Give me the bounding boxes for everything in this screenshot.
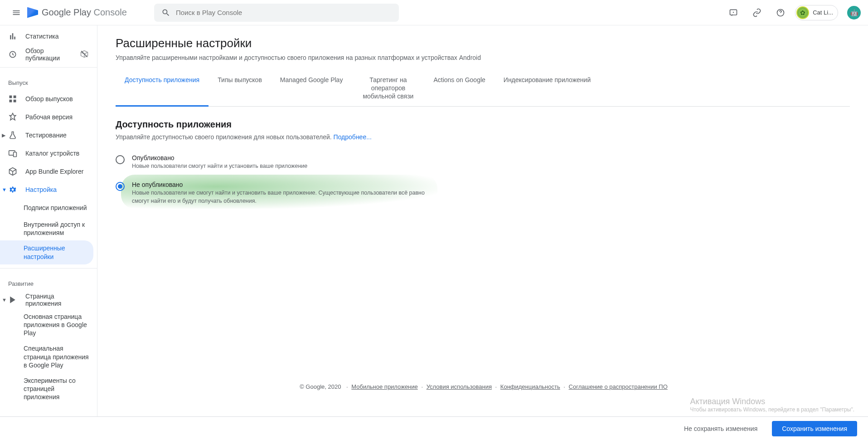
radio-option-unpublished[interactable]: Не опубликовано Новые пользователи не см… bbox=[116, 181, 433, 205]
section-description: Управляйте доступностью своего приложени… bbox=[116, 133, 850, 141]
radio-icon-checked bbox=[116, 182, 125, 191]
sidebar-item-main-listing[interactable]: Основная страница приложения в Google Pl… bbox=[0, 309, 97, 341]
account-name: Cat Li... bbox=[813, 9, 833, 16]
play-logo-icon bbox=[27, 7, 38, 18]
sidebar-item-store-presence[interactable]: ▼ Страница приложения bbox=[0, 291, 97, 309]
help-icon bbox=[776, 8, 785, 17]
section-title: Доступность приложения bbox=[116, 119, 850, 130]
section-grow-header: Развитие bbox=[0, 272, 97, 291]
tab-availability[interactable]: Доступность приложения bbox=[116, 70, 209, 107]
menu-button[interactable] bbox=[7, 4, 25, 22]
caret-right-icon: ▶ bbox=[2, 132, 7, 138]
sidebar-item-releases-overview[interactable]: Обзор выпусков bbox=[0, 90, 97, 108]
link-icon bbox=[752, 8, 761, 17]
stats-icon bbox=[8, 32, 17, 41]
bundle-icon bbox=[8, 167, 17, 176]
sidebar-item-app-bundle[interactable]: App Bundle Explorer bbox=[0, 162, 97, 181]
message-icon bbox=[729, 8, 738, 17]
nav-label: Подписи приложений bbox=[24, 204, 87, 212]
search-box[interactable] bbox=[154, 4, 399, 22]
app-avatar-icon bbox=[796, 6, 809, 19]
sidebar-item-internal-sharing[interactable]: Внутренний доступ к приложениям bbox=[0, 217, 97, 240]
tab-release-types[interactable]: Типы выпусков bbox=[209, 70, 271, 106]
nav-label: Основная страница приложения в Google Pl… bbox=[24, 313, 89, 337]
radio-label: Опубликовано bbox=[132, 154, 307, 161]
link-button[interactable] bbox=[748, 4, 766, 22]
svg-rect-7 bbox=[10, 100, 12, 103]
play-icon bbox=[8, 295, 17, 304]
search-input[interactable] bbox=[176, 9, 392, 16]
sidebar-item-custom-listing[interactable]: Специальная страница приложения в Google… bbox=[0, 341, 97, 373]
main-content: Расширенные настройки Управляйте расшире… bbox=[97, 25, 868, 440]
nav-label: Статистика bbox=[25, 33, 59, 40]
discard-button[interactable]: Не сохранять изменения bbox=[677, 421, 765, 436]
logo[interactable]: Google Play Console bbox=[27, 7, 127, 18]
sidebar-item-testing[interactable]: ▶ Тестирование bbox=[0, 126, 97, 144]
tab-carrier-targeting[interactable]: Таргетинг на операторов мобильной связи bbox=[352, 70, 424, 106]
save-button[interactable]: Сохранить изменения bbox=[772, 421, 857, 436]
nav-label: Специальная страница приложения в Google… bbox=[24, 344, 89, 369]
nav-label: Тестирование bbox=[25, 132, 67, 139]
footer-distribution-link[interactable]: Соглашение о распространении ПО bbox=[569, 383, 668, 390]
nav-label: Каталог устройств bbox=[25, 150, 79, 157]
sidebar-item-setup[interactable]: ▼ Настройка bbox=[0, 181, 97, 199]
account-switcher[interactable]: Cat Li... bbox=[795, 5, 838, 20]
nav-label: Обзор публикации bbox=[25, 47, 72, 62]
page-title: Расширенные настройки bbox=[116, 36, 850, 50]
footer-links: © Google, 2020 · Мобильное приложение · … bbox=[298, 383, 668, 390]
radio-description: Новые пользователи не смогут найти и уст… bbox=[132, 189, 433, 205]
dashboard-icon bbox=[8, 94, 17, 103]
sidebar-item-statistics[interactable]: Статистика bbox=[0, 27, 97, 45]
nav-label: Обзор выпусков bbox=[25, 95, 73, 103]
logo-text: Google Play Console bbox=[42, 7, 127, 18]
hamburger-icon bbox=[12, 8, 21, 17]
feedback-button[interactable] bbox=[724, 4, 742, 22]
bottom-action-bar: Не сохранять изменения Сохранить изменен… bbox=[0, 416, 868, 440]
search-icon bbox=[161, 8, 170, 17]
nav-label: Эксперименты со страницей приложения bbox=[24, 376, 89, 401]
svg-point-1 bbox=[733, 12, 734, 12]
svg-rect-10 bbox=[14, 152, 17, 157]
tabs: Доступность приложения Типы выпусков Man… bbox=[116, 70, 850, 107]
radio-description: Новые пользователи смогут найти и устано… bbox=[132, 162, 307, 171]
sidebar-item-app-signing[interactable]: Подписи приложений bbox=[0, 199, 97, 217]
tab-managed-google-play[interactable]: Managed Google Play bbox=[271, 70, 352, 106]
sidebar-item-advanced-settings[interactable]: Расширенные настройки bbox=[0, 240, 93, 264]
radio-label: Не опубликовано bbox=[132, 181, 433, 188]
radio-option-published[interactable]: Опубликовано Новые пользователи смогут н… bbox=[116, 154, 433, 171]
nav-label: Настройка bbox=[25, 186, 57, 193]
nav-label: App Bundle Explorer bbox=[25, 168, 83, 175]
gear-icon bbox=[8, 185, 17, 194]
devices-icon bbox=[8, 149, 17, 158]
page-description: Управляйте расширенными настройками и до… bbox=[116, 54, 850, 61]
footer-privacy-link[interactable]: Конфиденциальность bbox=[500, 383, 560, 390]
sidebar-item-experiments[interactable]: Эксперименты со страницей приложения bbox=[0, 373, 97, 405]
nav-label: Расширенные настройки bbox=[24, 244, 85, 260]
tab-app-indexing[interactable]: Индексирование приложений bbox=[495, 70, 600, 106]
footer-terms-link[interactable]: Условия использования bbox=[427, 383, 492, 390]
help-button[interactable] bbox=[771, 4, 790, 22]
section-release-header: Выпуск bbox=[0, 71, 97, 90]
nav-label: Внутренний доступ к приложениям bbox=[24, 220, 89, 237]
svg-rect-5 bbox=[10, 96, 12, 98]
publish-icon bbox=[8, 50, 17, 59]
sidebar-item-production[interactable]: Рабочая версия bbox=[0, 108, 97, 126]
tab-actions-on-google[interactable]: Actions on Google bbox=[424, 70, 494, 106]
nav-label: Страница приложения bbox=[25, 293, 89, 307]
caret-down-icon: ▼ bbox=[2, 297, 7, 303]
profile-avatar[interactable]: 🤖 bbox=[847, 6, 861, 20]
copyright: © Google, 2020 bbox=[300, 383, 341, 390]
caret-down-icon: ▼ bbox=[2, 187, 7, 192]
sidebar: Статистика Обзор публикации Выпуск Обзор… bbox=[0, 25, 97, 440]
svg-rect-8 bbox=[14, 100, 16, 103]
learn-more-link[interactable]: Подробнее... bbox=[334, 133, 372, 141]
svg-rect-6 bbox=[14, 96, 16, 98]
sidebar-item-device-catalog[interactable]: Каталог устройств bbox=[0, 144, 97, 162]
rocket-icon bbox=[8, 112, 17, 122]
unpublished-icon bbox=[80, 49, 89, 60]
nav-label: Рабочая версия bbox=[25, 113, 73, 121]
radio-icon bbox=[116, 155, 125, 164]
flask-icon bbox=[8, 131, 17, 140]
sidebar-item-publishing-overview[interactable]: Обзор публикации bbox=[0, 45, 97, 64]
footer-mobile-app-link[interactable]: Мобильное приложение bbox=[351, 383, 417, 390]
